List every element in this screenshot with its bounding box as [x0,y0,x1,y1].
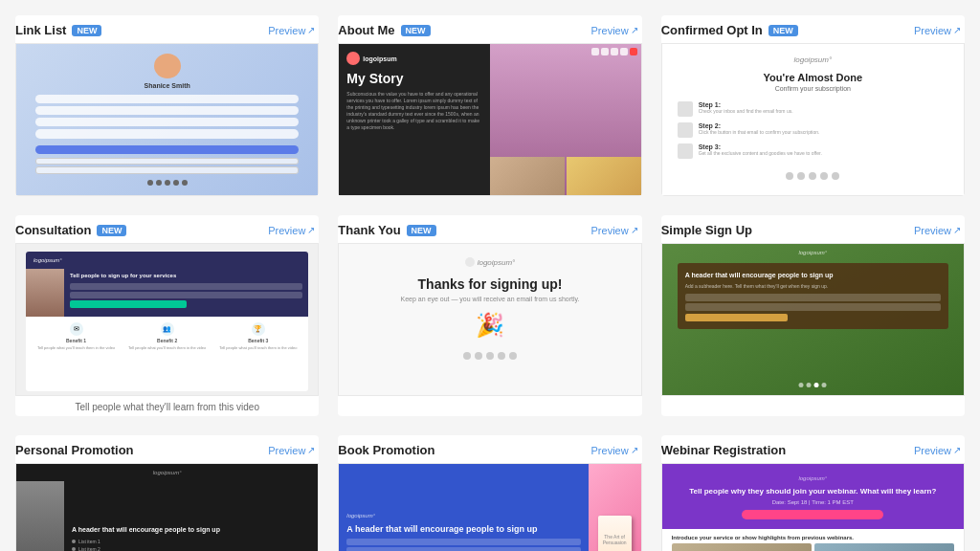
benefit-desc-2: Tell people what you'll teach them in th… [128,345,206,350]
cons-content: Tell people to sign up for your services [64,269,308,317]
card-simple-sign-up: Simple Sign Up Preview ↗ logoipsum° A he… [661,215,965,416]
external-link-icon: ↗ [307,445,315,455]
preview-link[interactable]: Preview ↗ [914,25,961,36]
ss-card: A header that will encourage people to s… [678,263,948,329]
social-icons-row [147,180,188,186]
pp-content: A header that will encourage people to s… [64,481,318,551]
thumb-inner: Shanice Smith [16,44,318,195]
ty-subtitle: Keep an eye out — you will receive an em… [400,296,579,302]
title-group: Webinar Registration [661,443,787,457]
pp-list-dot-2 [72,547,76,551]
social-bar [591,48,637,55]
ss-pagination-dots [799,383,827,387]
preview-link[interactable]: Preview ↗ [591,445,638,456]
benefit-label-2: Benefit 2 [157,338,177,343]
title-group: About Me NEW [338,23,430,37]
wr-date: Date: Sept 18 | Time: 1 PM EST [772,499,854,505]
wr-logo: logoipsum° [798,475,827,481]
optin-subtitle: Confirm your subscription [775,85,851,92]
thumbnail-about-me[interactable]: logoipsum My Story Subconscious the valu… [338,43,641,196]
pp-list-dot-1 [72,540,76,543]
benefit-desc-3: Tell people what you'll teach them in th… [219,345,297,350]
pp-logo: logoipsum° [153,470,182,475]
ss-dot-2 [807,383,812,387]
cons-logo: logoipsum° [33,257,62,263]
social-yt [611,48,618,55]
thumb-inner: logoipsum° You're Almost Done Confirm yo… [662,44,964,195]
consultation-card: logoipsum° Tell people to sign up for yo… [26,252,308,391]
book-cover: The Art of Persuasion [598,516,632,551]
card-title: Personal Promotion [15,443,134,457]
preview-link[interactable]: Preview ↗ [268,225,315,236]
card-webinar-registration: Webinar Registration Preview ↗ logoipsum… [661,435,965,551]
thumbnail-thank-you[interactable]: logoipsum° Thanks for signing up! Keep a… [338,243,641,396]
card-header-simple-sign-up: Simple Sign Up Preview ↗ [661,215,965,243]
thumbnail-simple-sign-up[interactable]: logoipsum° A header that will encourage … [661,243,965,396]
social-icon-3 [165,180,170,186]
card-header-personal-promotion: Personal Promotion Preview ↗ [15,435,319,463]
thumb-inner: logoipsum° Thanks for signing up! Keep a… [339,244,640,395]
benefit-desc-1: Tell people what you'll teach them in th… [37,345,115,350]
benefit-icon-2: 👥 [161,322,174,336]
badge-new: NEW [407,225,436,236]
ss-cta-btn [685,314,788,321]
step-row-2: Step 2: Click the button in that email t… [678,122,948,138]
thumbnail-personal-promotion[interactable]: logoipsum° A header that will encourage … [15,463,319,551]
external-link-icon: ↗ [307,225,315,235]
bottom-img2 [567,157,641,195]
benefit-icon-1: ✉ [70,322,83,336]
ty-logo-dot [465,257,475,267]
cons-input-2 [70,292,302,298]
bp-logo: logoipsum° [346,513,580,518]
card-header-consultation: Consultation NEW Preview ↗ [15,215,319,243]
name-text: Shanice Smith [145,82,190,89]
ty-social-1 [463,352,471,360]
step-desc-1: Check your inbox and find the email from… [699,108,948,115]
bp-input-1 [346,539,580,545]
ss-logo: logoipsum° [798,250,827,255]
badge-new: NEW [401,25,431,36]
cons-benefits: ✉ Benefit 1 Tell people what you'll teac… [26,317,308,356]
template-grid: Link List NEW Preview ↗ Shanice Smith [15,15,965,551]
preview-link[interactable]: Preview ↗ [591,25,638,36]
wr-image-2 [814,543,954,551]
social-pin [630,48,637,55]
thumbnail-webinar-registration[interactable]: logoipsum° Tell people why they should j… [661,463,965,551]
ty-party-icon: 🎉 [476,312,504,339]
card-title: Consultation [15,223,91,237]
ty-social-4 [498,352,505,360]
step-text-1: Step 1: Check your inbox and find the em… [699,101,948,115]
bottom-img1 [490,157,565,195]
ss-dot-4 [822,383,827,387]
preview-link[interactable]: Preview ↗ [268,445,315,456]
external-link-icon: ↗ [307,25,315,35]
thumbnail-confirmed-opt-in[interactable]: logoipsum° You're Almost Done Confirm yo… [661,43,965,196]
wr-cta-btn [742,510,883,519]
webinar-top-section: logoipsum° Tell people why they should j… [662,464,964,529]
card-caption: Tell people what they'll learn from this… [15,396,319,416]
preview-link[interactable]: Preview ↗ [914,225,961,236]
step-label-1: Step 1: [699,101,948,108]
book-left: logoipsum° A header that will encourage … [339,464,588,551]
book-right: The Art of Persuasion [589,464,641,551]
wr-subheading: Introduce your service or show highlight… [672,535,954,540]
thumbnail-consultation[interactable]: logoipsum° Tell people to sign up for yo… [15,243,319,396]
external-link-icon: ↗ [631,445,638,455]
badge-new: NEW [768,25,798,36]
thumb-inner: logoipsum° Tell people why they should j… [662,464,964,551]
preview-link[interactable]: Preview ↗ [914,445,961,456]
external-link-icon: ↗ [631,225,638,235]
step-label-3: Step 3: [699,143,948,150]
card-thank-you: Thank You NEW Preview ↗ logoipsum° Thank… [338,215,641,416]
title-group: Personal Promotion [15,443,134,457]
webinar-bottom-section: Introduce your service or show highlight… [662,529,964,551]
preview-link[interactable]: Preview ↗ [591,225,638,236]
preview-link[interactable]: Preview ↗ [268,25,315,36]
benefit-item-3: 🏆 Benefit 3 Tell people what you'll teac… [219,322,297,350]
card-consultation: Consultation NEW Preview ↗ logoipsum° Te… [15,215,319,416]
thumbnail-book-promotion[interactable]: logoipsum° A header that will encourage … [338,463,641,551]
cons-cta-btn [70,300,187,308]
step-desc-3: Get all the exclusive content and goodie… [699,150,948,157]
thumbnail-link-list[interactable]: Shanice Smith [15,43,319,196]
thumb-inner: logoipsum° A header that will encourage … [339,464,640,551]
